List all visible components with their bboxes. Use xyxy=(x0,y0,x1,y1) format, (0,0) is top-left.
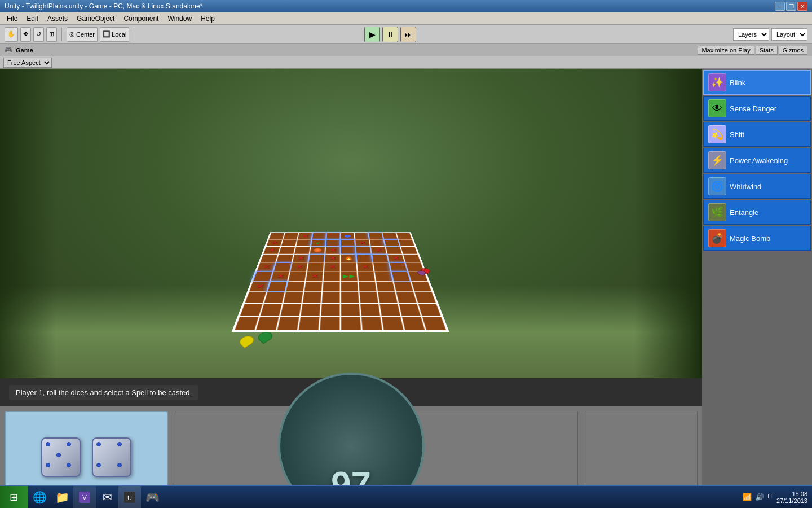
tool-move[interactable]: ✥ xyxy=(20,27,31,42)
cell-9-4[interactable] xyxy=(319,317,339,330)
cell-8-1[interactable] xyxy=(260,304,282,316)
start-button[interactable]: ⊞ xyxy=(0,486,28,509)
cell-9-9[interactable] xyxy=(422,317,446,330)
cell-5-6[interactable] xyxy=(358,271,375,281)
cell-4-2[interactable]: ✕ xyxy=(290,262,308,271)
minimize-button[interactable]: — xyxy=(775,2,785,11)
spell-sense-danger[interactable]: 👁 Sense Danger xyxy=(703,96,811,121)
cell-6-5[interactable] xyxy=(341,281,358,291)
menu-component[interactable]: Component xyxy=(119,14,163,24)
cell-1-8[interactable] xyxy=(384,239,400,246)
cell-8-9[interactable] xyxy=(418,304,441,316)
cell-7-5[interactable] xyxy=(341,292,359,303)
cell-9-5[interactable] xyxy=(341,317,361,330)
cell-6-7[interactable] xyxy=(376,281,395,291)
layout-dropdown[interactable]: Layout xyxy=(771,28,807,41)
cell-6-0[interactable]: ✕ xyxy=(249,281,269,291)
spell-blink[interactable]: ✨ Blink xyxy=(703,70,811,95)
cell-6-8[interactable] xyxy=(394,281,413,291)
cell-4-1[interactable] xyxy=(273,262,292,271)
cell-2-5[interactable] xyxy=(341,247,355,254)
die-1[interactable] xyxy=(41,437,81,477)
cell-4-5[interactable] xyxy=(341,262,356,271)
cell-6-2[interactable] xyxy=(285,281,304,291)
cell-8-8[interactable] xyxy=(399,304,421,316)
cell-4-6[interactable]: ✕ xyxy=(357,262,373,271)
cell-8-4[interactable] xyxy=(320,304,339,316)
cell-2-7[interactable]: ✕ xyxy=(370,247,386,254)
cell-9-8[interactable] xyxy=(401,317,425,330)
cell-1-4[interactable] xyxy=(325,239,339,246)
cell-7-9[interactable] xyxy=(414,292,436,303)
cell-1-1[interactable] xyxy=(281,239,297,246)
cell-4-8[interactable] xyxy=(389,262,407,271)
cell-8-2[interactable] xyxy=(280,304,301,316)
aspect-dropdown[interactable]: Free Aspect xyxy=(3,58,52,68)
cell-4-7[interactable] xyxy=(373,262,390,271)
gizmos-button[interactable]: Gizmos xyxy=(779,46,807,55)
maximize-button[interactable]: ❐ xyxy=(786,2,796,11)
tool-rotate[interactable]: ↺ xyxy=(33,27,44,42)
scene-3d[interactable]: ✕ ✕ ↙ ✕ xyxy=(0,69,702,378)
pivot-local-button[interactable]: 🔲 Local xyxy=(100,27,129,42)
spell-whirlwind[interactable]: 🌀 Whirlwind xyxy=(703,174,811,199)
cell-3-6[interactable] xyxy=(356,254,372,262)
cell-2-3[interactable] xyxy=(310,247,325,254)
cell-4-0[interactable]: ✕ xyxy=(257,262,275,271)
spell-entangle[interactable]: 🌿 Entangle xyxy=(703,200,811,225)
cell-8-3[interactable] xyxy=(300,304,320,316)
cell-8-7[interactable] xyxy=(379,304,400,316)
spell-magic-bomb[interactable]: 💣 Magic Bomb xyxy=(703,226,811,251)
cell-0-6[interactable] xyxy=(355,233,369,239)
cell-1-0[interactable]: ✕ xyxy=(266,239,283,246)
cell-9-0[interactable] xyxy=(234,317,258,330)
cell-1-6[interactable]: ✕ xyxy=(355,239,369,246)
cell-0-0[interactable] xyxy=(268,233,284,239)
cell-5-5[interactable]: ▶▶ xyxy=(341,271,358,281)
cell-3-0[interactable] xyxy=(260,254,277,262)
cell-3-5[interactable]: 🔥 xyxy=(341,254,356,262)
spell-shift[interactable]: 💫 Shift xyxy=(703,122,811,147)
cell-0-4[interactable] xyxy=(326,233,339,239)
stats-button[interactable]: Stats xyxy=(756,46,778,55)
cell-6-4[interactable] xyxy=(322,281,339,291)
taskbar-vs-icon[interactable]: V xyxy=(73,486,96,509)
cell-5-2[interactable] xyxy=(288,271,306,281)
tool-scale[interactable]: ⊞ xyxy=(46,27,57,42)
menu-assets[interactable]: Assets xyxy=(43,14,72,24)
cell-1-7[interactable] xyxy=(369,239,385,246)
maximize-on-play-button[interactable]: Maximize on Play xyxy=(698,46,754,55)
cell-8-0[interactable] xyxy=(240,304,263,316)
cell-2-4[interactable]: ✕ xyxy=(325,247,339,254)
cell-7-4[interactable] xyxy=(321,292,339,303)
cell-1-3[interactable]: ↙ xyxy=(311,239,325,246)
cell-6-9[interactable] xyxy=(411,281,431,291)
cell-0-9[interactable] xyxy=(396,233,412,239)
cell-3-7[interactable] xyxy=(372,254,388,262)
taskbar-browser-icon[interactable]: 🌐 xyxy=(28,486,51,509)
die-2[interactable] xyxy=(92,437,131,477)
cell-2-8[interactable] xyxy=(385,247,401,254)
cell-5-8[interactable] xyxy=(391,271,410,281)
game-tab-label[interactable]: Game xyxy=(16,47,33,54)
cell-7-6[interactable] xyxy=(359,292,378,303)
cell-9-6[interactable] xyxy=(361,317,382,330)
spell-power-awakening[interactable]: ⚡ Power Awakening xyxy=(703,148,811,173)
cell-1-2[interactable] xyxy=(295,239,311,246)
cell-5-0[interactable] xyxy=(253,271,272,281)
cell-0-5[interactable] xyxy=(341,233,354,239)
cell-0-2[interactable]: ✕ xyxy=(297,233,312,239)
taskbar-unity-icon[interactable]: U xyxy=(118,486,141,509)
cell-6-1[interactable] xyxy=(267,281,287,291)
cell-8-6[interactable] xyxy=(360,304,380,316)
cell-1-9[interactable] xyxy=(398,239,414,246)
cell-2-6[interactable] xyxy=(355,247,370,254)
menu-window[interactable]: Window xyxy=(163,14,196,24)
cell-9-1[interactable] xyxy=(255,317,279,330)
cell-9-2[interactable] xyxy=(277,317,299,330)
cell-0-1[interactable] xyxy=(283,233,298,239)
cell-5-4[interactable] xyxy=(323,271,340,281)
cell-2-9[interactable] xyxy=(400,247,417,254)
cell-4-3[interactable] xyxy=(307,262,323,271)
taskbar-email-icon[interactable]: ✉ xyxy=(96,486,118,509)
